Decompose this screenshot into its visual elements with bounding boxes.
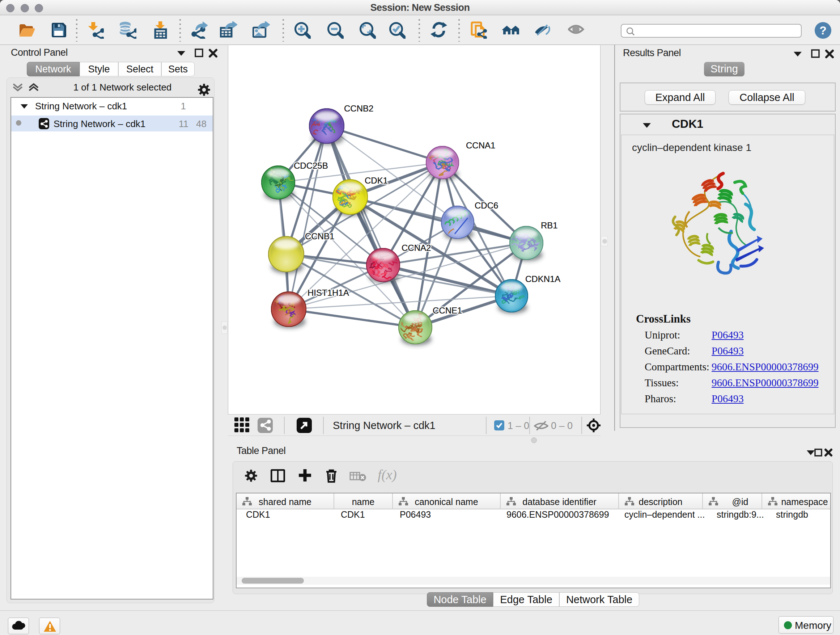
- svg-text:RB1: RB1: [541, 220, 558, 230]
- svg-text:CDC6: CDC6: [475, 201, 498, 211]
- svg-text:CDK1: CDK1: [365, 176, 388, 185]
- svg-text:CDC25B: CDC25B: [294, 161, 328, 171]
- svg-text:CCNB2: CCNB2: [344, 103, 373, 113]
- svg-text:CDKN1A: CDKN1A: [525, 274, 561, 284]
- svg-text:CCNA2: CCNA2: [401, 243, 431, 253]
- svg-text:HIST1H1A: HIST1H1A: [308, 288, 349, 298]
- svg-text:CCNA1: CCNA1: [466, 141, 495, 150]
- svg-text:CCNE1: CCNE1: [433, 306, 462, 315]
- svg-text:CCNB1: CCNB1: [305, 231, 334, 241]
